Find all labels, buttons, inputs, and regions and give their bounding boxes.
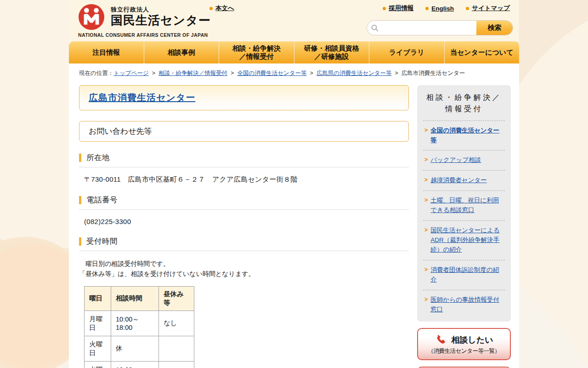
page-title-box: 広島市消費生活センター [79, 85, 409, 110]
nav-tab-about[interactable]: 当センターについて [445, 41, 520, 63]
org-name-english: NATIONAL CONSUMER AFFAIRS CENTER OF JAPA… [78, 32, 211, 38]
arrow-icon: > [424, 296, 428, 315]
nav-tab-cases[interactable]: 相談事例 [144, 41, 220, 63]
org-name: 国民生活センター [111, 14, 211, 28]
content-background: 現在の位置：トップページ>相談・紛争解決／情報受付>全国の消費生活センター等>広… [69, 63, 519, 368]
divider [79, 209, 409, 210]
phone-section-heading: 電話番号 [79, 195, 409, 205]
hours-section-heading: 受付時間 [79, 236, 409, 247]
divider [79, 167, 409, 167]
address-section-heading: 所在地 [79, 153, 409, 163]
sidebar-item-weekend-holiday[interactable]: > 土曜、日曜、祝日に利用できる相談窓口 [423, 191, 505, 221]
skip-link-label[interactable]: 本文へ [215, 4, 234, 12]
breadcrumb-prefix: 現在の位置： [79, 70, 113, 76]
sidebar-item-cross-border[interactable]: > 越境消費者センター [423, 171, 505, 191]
nav-tab-training[interactable]: 研修・相談員資格 ／研修施設 [294, 41, 370, 63]
divider [79, 251, 409, 251]
bullet-icon [466, 7, 469, 10]
nav-tab-consultation[interactable]: 相談・紛争解決 ／情報受付 [219, 41, 294, 63]
bullet-icon [383, 7, 386, 10]
breadcrumb-link-hiroshima-pref[interactable]: 広島県の消費生活センター等 [317, 70, 392, 76]
search-button[interactable]: 検索 [476, 21, 513, 35]
address-value: 〒730-0011 広島市中区基町６－２７ アクア広島センター街８階 [84, 175, 409, 184]
theme-features-button[interactable]: テーマ別特集 （ネットトラブル、高齢者被害…） [417, 367, 511, 368]
table-row: 月曜日 10:00～18:00 なし [85, 310, 194, 336]
site-logo[interactable]: 独立行政法人 国民生活センター NATIONAL CONSUMER AFFAIR… [78, 4, 211, 38]
hours-table: 曜日 相談時間 昼休み等 月曜日 10:00～18:00 なし 火曜日 [84, 286, 194, 368]
table-row: 水曜日 10:00～18:00 なし [85, 361, 194, 368]
heading-bar-icon [79, 237, 81, 246]
sidebar-item-adr[interactable]: > 国民生活センターによるADR（裁判外紛争解決手続）の紹介 [423, 221, 505, 260]
search-bar: 検索 [367, 20, 513, 35]
table-header-row: 曜日 相談時間 昼休み等 [85, 286, 194, 310]
header-utility-links: 採用情報 English サイトマップ [383, 4, 510, 12]
table-row: 火曜日 休 [85, 336, 194, 361]
col-header-day: 曜日 [85, 286, 111, 310]
sidebar-heading: 相談・紛争解決／ 情報受付 [423, 92, 505, 121]
arrow-icon: > [424, 266, 428, 285]
main-content: 広島市消費生活センター お問い合わせ先等 所在地 〒730-0011 広島市中区… [79, 85, 409, 368]
sidebar-item-doctor-reports[interactable]: > 医師からの事故情報受付窓口 [423, 290, 505, 320]
phone-icon [435, 334, 447, 346]
skip-to-content-link[interactable]: 本文へ [209, 4, 234, 12]
search-icon [367, 21, 383, 35]
heading-bar-icon [79, 154, 81, 162]
hours-note: 曜日別の相談受付時間です。 「昼休み等」は、相談を受け付けていない時間となります… [79, 259, 409, 279]
breadcrumb-link-home[interactable]: トップページ [113, 70, 148, 76]
sidebar-item-national-centers[interactable]: > 全国の消費生活センター等 [423, 121, 505, 151]
heading-bar-icon [79, 196, 81, 204]
col-header-lunch: 昼休み等 [159, 286, 194, 310]
page-column: 独立行政法人 国民生活センター NATIONAL CONSUMER AFFAIR… [69, 0, 519, 368]
nav-tab-library[interactable]: ライブラリ [369, 41, 445, 63]
nav-tab-featured[interactable]: 注目情報 [69, 41, 144, 63]
phone-value: (082)225-3300 [84, 218, 409, 225]
ncac-logo-icon [78, 4, 105, 30]
search-input[interactable] [383, 21, 476, 35]
breadcrumb-link-centers[interactable]: 全国の消費生活センター等 [237, 70, 306, 76]
bullet-icon [209, 7, 213, 10]
col-header-time: 相談時間 [111, 286, 159, 310]
arrow-icon: > [424, 177, 428, 185]
bullet-icon [425, 7, 429, 10]
arrow-icon: > [424, 227, 428, 255]
recruit-link[interactable]: 採用情報 [383, 4, 413, 12]
arrow-icon: > [424, 127, 428, 145]
sidebar-item-group-litigation[interactable]: > 消費者団体訴訟制度の紹介 [423, 260, 505, 290]
global-navigation: 注目情報 相談事例 相談・紛争解決 ／情報受付 研修・相談員資格 ／研修施設 ラ… [69, 41, 519, 63]
page-title[interactable]: 広島市消費生活センター [89, 92, 195, 103]
arrow-icon: > [424, 197, 428, 215]
sidebar-menu-box: 相談・紛争解決／ 情報受付 > 全国の消費生活センター等 > バックアップ相談 … [417, 85, 511, 322]
breadcrumb-current: 広島市消費生活センター [401, 70, 465, 76]
org-type: 独立行政法人 [111, 6, 211, 14]
breadcrumb: 現在の位置：トップページ>相談・紛争解決／情報受付>全国の消費生活センター等>広… [69, 63, 519, 81]
sidebar-item-backup-consultation[interactable]: > バックアップ相談 [423, 150, 505, 171]
sidebar: 相談・紛争解決／ 情報受付 > 全国の消費生活センター等 > バックアップ相談 … [417, 85, 511, 368]
arrow-icon: > [424, 156, 428, 165]
breadcrumb-link-consultation[interactable]: 相談・紛争解決／情報受付 [158, 70, 227, 76]
consult-button[interactable]: 相談したい （消費生活センター等一覧） [417, 328, 511, 360]
site-header: 独立行政法人 国民生活センター NATIONAL CONSUMER AFFAIR… [69, 0, 519, 41]
contact-heading-box: お問い合わせ先等 [79, 121, 409, 142]
english-link[interactable]: English [425, 4, 454, 12]
sitemap-link[interactable]: サイトマップ [466, 4, 510, 12]
contact-heading: お問い合わせ先等 [89, 127, 152, 136]
